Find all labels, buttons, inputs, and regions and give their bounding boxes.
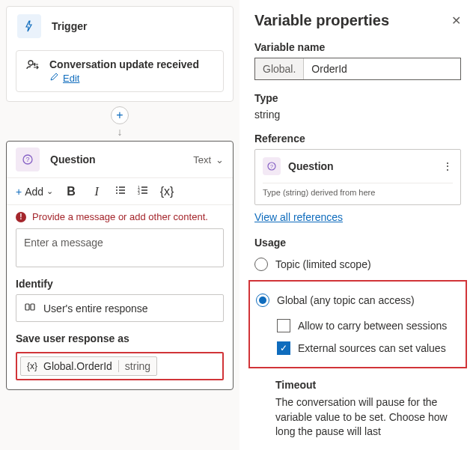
type-value: string bbox=[254, 109, 461, 121]
bold-icon[interactable]: B bbox=[64, 185, 79, 198]
variable-name-input[interactable]: Global. OrderId bbox=[254, 58, 461, 80]
carry-sessions-label: Allow to carry between sessions bbox=[298, 320, 447, 332]
timeout-label: Timeout bbox=[254, 379, 461, 391]
svg-rect-9 bbox=[25, 304, 29, 310]
save-variable-box[interactable]: {x} Global.OrderId string bbox=[16, 352, 224, 380]
scope-global-label: Global (any topic can access) bbox=[277, 294, 415, 306]
name-value: OrderId bbox=[304, 58, 460, 79]
trigger-node: Trigger Conversation update received Edi… bbox=[6, 6, 234, 102]
panel-title: Variable properties bbox=[254, 12, 389, 29]
bullet-list-icon[interactable] bbox=[115, 184, 126, 198]
trigger-body-title: Conversation update received bbox=[49, 58, 199, 70]
carry-sessions-checkbox[interactable]: Allow to carry between sessions bbox=[277, 314, 460, 337]
add-label: Add bbox=[25, 186, 43, 198]
reference-node-name: Question bbox=[288, 160, 334, 172]
variable-chip-name: Global.OrderId bbox=[43, 360, 112, 372]
identify-dropdown[interactable]: User's entire response bbox=[16, 294, 224, 322]
trigger-body: Conversation update received Edit bbox=[16, 50, 224, 92]
edit-link[interactable]: Edit bbox=[63, 73, 79, 84]
question-icon: ? bbox=[16, 148, 40, 171]
question-mode-label: Text bbox=[193, 154, 211, 165]
variable-chip-icon: {x} bbox=[27, 361, 37, 371]
type-label: Type bbox=[254, 92, 461, 104]
connector-arrow-icon: ↓ bbox=[118, 126, 123, 138]
message-input[interactable]: Enter a message bbox=[16, 228, 224, 267]
external-set-checkbox[interactable]: ✓ External sources can set values bbox=[277, 337, 460, 359]
svg-rect-10 bbox=[31, 304, 34, 310]
checkbox-checked-icon: ✓ bbox=[277, 341, 290, 355]
checkbox-icon bbox=[277, 319, 290, 332]
warning-text: Provide a message or add other content. bbox=[32, 211, 208, 222]
warning-message: ! Provide a message or add other content… bbox=[7, 205, 233, 228]
view-all-references-link[interactable]: View all references bbox=[254, 211, 343, 223]
add-node-button[interactable]: + bbox=[111, 106, 129, 124]
svg-point-0 bbox=[28, 61, 33, 65]
identify-value: User's entire response bbox=[43, 302, 148, 314]
scope-topic-radio[interactable]: Topic (limited scope) bbox=[254, 253, 461, 276]
identify-label: Identify bbox=[7, 267, 233, 294]
svg-point-4 bbox=[116, 189, 118, 191]
question-title: Question bbox=[50, 153, 96, 165]
reference-question-icon: ? bbox=[263, 157, 281, 175]
name-prefix: Global. bbox=[255, 58, 304, 79]
question-node: ? Question Text ⌄ + Add ⌄ B I 123 bbox=[6, 141, 234, 390]
reference-label: Reference bbox=[254, 133, 461, 145]
svg-text:?: ? bbox=[25, 156, 29, 163]
italic-icon[interactable]: I bbox=[89, 185, 104, 198]
usage-label: Usage bbox=[254, 237, 461, 249]
trigger-title: Trigger bbox=[52, 20, 87, 32]
external-set-label: External sources can set values bbox=[298, 342, 446, 354]
edit-icon bbox=[49, 72, 58, 84]
scope-global-radio[interactable]: Global (any topic can access) bbox=[256, 289, 460, 311]
warning-icon: ! bbox=[16, 212, 26, 222]
chevron-down-icon: ⌄ bbox=[46, 186, 53, 196]
variable-properties-panel: Variable properties ✕ Variable name Glob… bbox=[239, 0, 476, 450]
save-label: Save user response as bbox=[7, 322, 233, 349]
conversation-icon bbox=[25, 58, 40, 76]
chevron-down-icon: ⌄ bbox=[216, 154, 224, 165]
question-mode-dropdown[interactable]: Text ⌄ bbox=[193, 154, 224, 165]
trigger-icon bbox=[17, 14, 41, 38]
radio-icon bbox=[254, 258, 268, 271]
more-icon[interactable]: ⋮ bbox=[442, 160, 453, 172]
svg-text:3: 3 bbox=[138, 191, 140, 195]
numbered-list-icon[interactable]: 123 bbox=[137, 184, 149, 198]
scope-topic-label: Topic (limited scope) bbox=[275, 258, 371, 270]
reference-box[interactable]: ? Question ⋮ Type (string) derived from … bbox=[254, 149, 461, 205]
variable-icon[interactable]: {x} bbox=[159, 185, 174, 198]
close-icon[interactable]: ✕ bbox=[451, 13, 461, 28]
name-label: Variable name bbox=[254, 41, 461, 53]
svg-point-3 bbox=[116, 186, 118, 188]
timeout-text: The conversation will pause for the vari… bbox=[254, 395, 461, 440]
entity-icon bbox=[24, 301, 36, 315]
variable-chip-type: string bbox=[118, 360, 150, 372]
svg-text:?: ? bbox=[270, 164, 273, 169]
message-placeholder: Enter a message bbox=[24, 237, 103, 249]
add-button[interactable]: + Add ⌄ bbox=[16, 186, 53, 198]
usage-highlight-box: Global (any topic can access) Allow to c… bbox=[248, 280, 467, 368]
radio-selected-icon bbox=[256, 294, 269, 307]
svg-point-5 bbox=[116, 192, 118, 194]
reference-derived-text: Type (string) derived from here bbox=[263, 183, 453, 197]
